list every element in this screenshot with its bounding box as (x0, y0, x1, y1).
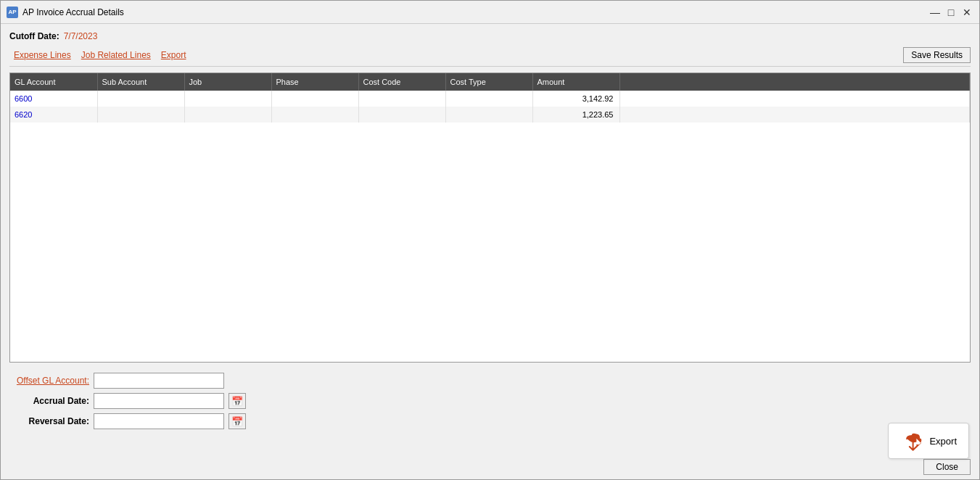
close-button[interactable]: Close (923, 459, 971, 475)
calendar-icon: 📅 (231, 396, 243, 407)
cell-cost-type-1 (445, 91, 532, 107)
col-header-sub-account: Sub Account (97, 73, 184, 91)
col-header-gl-account: GL Account (10, 73, 97, 91)
cell-phase-2 (271, 107, 358, 123)
window-body: Cutoff Date: 7/7/2023 Expense Lines Job … (1, 24, 979, 479)
tab-export[interactable]: Export (157, 49, 191, 62)
export-button-large[interactable]: Export (888, 423, 969, 459)
col-header-cost-type: Cost Type (445, 73, 532, 91)
offset-gl-input[interactable] (94, 373, 224, 389)
cell-gl-account-1: 6600 (10, 91, 97, 107)
table-header-row: GL Account Sub Account Job Phase Cost Co… (10, 73, 970, 91)
reversal-date-calendar-button[interactable]: 📅 (228, 413, 246, 429)
cell-rest-2 (619, 107, 970, 123)
minimize-button[interactable]: — (928, 6, 942, 19)
cell-cost-type-2 (445, 107, 532, 123)
app-window: AP AP Invoice Accrual Details — □ ✕ Cuto… (0, 0, 980, 480)
offset-gl-row: Offset GL Account: (9, 373, 971, 389)
cutoff-label: Cutoff Date: (9, 31, 59, 41)
col-header-cost-code: Cost Code (358, 73, 445, 91)
cell-phase-1 (271, 91, 358, 107)
export-arrow-icon (900, 429, 923, 452)
reversal-date-row: Reversal Date: 📅 (9, 413, 971, 429)
cutoff-value: 7/7/2023 (64, 31, 98, 41)
export-area: Export (888, 423, 969, 459)
cell-gl-account-2: 6620 (10, 107, 97, 123)
form-fields: Offset GL Account: Accrual Date: 📅 Rever… (9, 373, 971, 429)
bottom-section: Offset GL Account: Accrual Date: 📅 Rever… (9, 368, 971, 429)
data-table: GL Account Sub Account Job Phase Cost Co… (10, 73, 970, 123)
reversal-date-label: Reversal Date: (9, 416, 89, 426)
data-table-container: GL Account Sub Account Job Phase Cost Co… (9, 73, 971, 363)
col-header-phase: Phase (271, 73, 358, 91)
close-bar: Close (1, 456, 979, 479)
accrual-date-row: Accrual Date: 📅 (9, 393, 971, 409)
cell-cost-code-2 (358, 107, 445, 123)
tab-expense-lines[interactable]: Expense Lines (9, 49, 75, 62)
cell-sub-account-1 (97, 91, 184, 107)
cell-job-2 (184, 107, 271, 123)
accrual-date-label: Accrual Date: (9, 396, 89, 406)
gl-link-2[interactable]: 6620 (15, 110, 32, 119)
offset-gl-label[interactable]: Offset GL Account: (9, 376, 89, 386)
tabs: Expense Lines Job Related Lines Export (9, 49, 191, 62)
cell-job-1 (184, 91, 271, 107)
cell-rest-1 (619, 91, 970, 107)
calendar-icon-2: 📅 (231, 416, 243, 427)
cell-amount-1: 3,142.92 (532, 91, 619, 107)
window-controls: — □ ✕ (928, 6, 973, 19)
accrual-date-calendar-button[interactable]: 📅 (228, 393, 246, 409)
window-title: AP Invoice Accrual Details (22, 7, 928, 17)
export-button-label: Export (929, 436, 957, 447)
cutoff-row: Cutoff Date: 7/7/2023 (9, 31, 971, 41)
maximize-button[interactable]: □ (944, 6, 958, 19)
reversal-date-input[interactable] (94, 413, 224, 429)
toolbar-row: Expense Lines Job Related Lines Export S… (9, 47, 971, 67)
content-area: Cutoff Date: 7/7/2023 Expense Lines Job … (1, 24, 979, 456)
title-bar: AP AP Invoice Accrual Details — □ ✕ (1, 1, 979, 24)
cell-amount-2: 1,223.65 (532, 107, 619, 123)
gl-link-1[interactable]: 6600 (15, 94, 32, 103)
col-header-job: Job (184, 73, 271, 91)
tab-job-related-lines[interactable]: Job Related Lines (77, 49, 155, 62)
col-header-rest (619, 73, 970, 91)
save-results-button[interactable]: Save Results (903, 47, 971, 63)
cell-sub-account-2 (97, 107, 184, 123)
app-icon: AP (7, 7, 18, 18)
accrual-date-input[interactable] (94, 393, 224, 409)
table-row[interactable]: 6600 3,142.92 (10, 91, 970, 107)
table-row[interactable]: 6620 1,223.65 (10, 107, 970, 123)
col-header-amount: Amount (532, 73, 619, 91)
close-window-button[interactable]: ✕ (960, 6, 973, 19)
cell-cost-code-1 (358, 91, 445, 107)
